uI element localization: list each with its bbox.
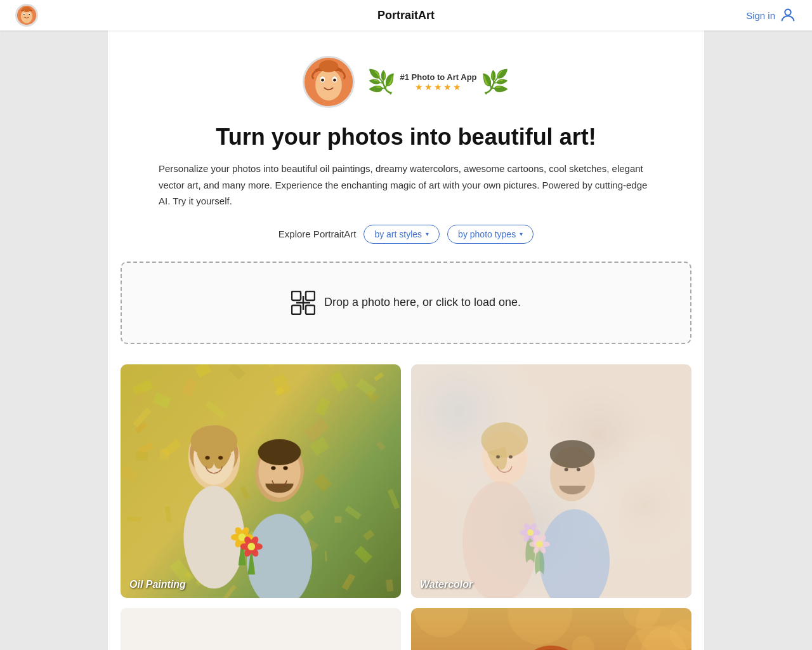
svg-point-13: [334, 79, 337, 82]
hero-section: 🌿 #1 Photo to Art App ★★★★★ 🌿 Turn your …: [121, 56, 691, 244]
hero-avatar-icon: [304, 56, 353, 107]
hero-icons: 🌿 #1 Photo to Art App ★★★★★ 🌿: [121, 56, 691, 108]
dropzone-icon: [291, 291, 315, 315]
dropzone-text: Drop a photo here, or click to load one.: [324, 296, 521, 309]
award-text-area: #1 Photo to Art App ★★★★★: [396, 70, 480, 95]
hero-heading: Turn your photos into beautiful art!: [121, 123, 691, 150]
art-styles-chevron-icon: ▾: [426, 230, 429, 237]
user-icon: [779, 6, 797, 24]
svg-point-5: [29, 14, 30, 15]
main-content: 🌿 #1 Photo to Art App ★★★★★ 🌿 Turn your …: [108, 30, 704, 650]
hero-avatar: [303, 56, 355, 108]
gallery-label-oil: Oil Painting: [129, 579, 186, 590]
oil-painting-canvas: [121, 364, 401, 598]
gallery-item-sketch: [121, 608, 401, 650]
dropzone[interactable]: Drop a photo here, or click to load one.: [121, 262, 691, 344]
award-title: #1 Photo to Art App: [400, 72, 476, 82]
svg-point-9: [316, 69, 343, 100]
award-badge: 🌿 #1 Photo to Art App ★★★★★ 🌿: [367, 69, 509, 95]
avatar-icon: [17, 4, 36, 27]
svg-point-4: [23, 14, 25, 15]
gallery-item-portrait: [411, 608, 691, 650]
portrait-canvas: [411, 608, 691, 650]
gallery-label-watercolor: Watercolor: [420, 579, 473, 590]
header: PortraitArt Sign in: [0, 0, 812, 30]
watercolor-canvas: [411, 364, 691, 598]
hero-description: Personalize your photos into beautiful o…: [159, 161, 653, 209]
explore-label: Explore PortraitArt: [278, 229, 357, 239]
site-avatar: [15, 4, 38, 27]
award-stars: ★★★★★: [415, 82, 462, 92]
svg-point-14: [319, 60, 338, 72]
art-styles-button[interactable]: by art styles ▾: [363, 225, 440, 244]
laurel-right-icon: 🌿: [481, 69, 509, 95]
sketch-canvas: [121, 608, 401, 650]
gallery-item-watercolor: Watercolor: [411, 364, 691, 598]
svg-rect-16: [306, 291, 315, 300]
site-title: PortraitArt: [377, 9, 435, 22]
photo-types-label: by photo types: [458, 229, 516, 239]
signin-label: Sign in: [746, 10, 775, 21]
photo-types-chevron-icon: ▾: [520, 230, 523, 237]
target-icon: [291, 291, 315, 315]
svg-point-12: [322, 79, 325, 82]
photo-types-button[interactable]: by photo types ▾: [447, 225, 534, 244]
svg-rect-18: [306, 305, 315, 314]
gallery-item-oil: Oil Painting: [121, 364, 401, 598]
art-styles-label: by art styles: [374, 229, 422, 239]
svg-point-6: [22, 7, 30, 12]
svg-rect-15: [292, 291, 301, 300]
svg-point-7: [785, 10, 790, 15]
svg-rect-17: [292, 305, 301, 314]
signin-link[interactable]: Sign in: [746, 6, 797, 24]
gallery: Oil Painting Watercolor: [121, 364, 691, 650]
logo-area: [15, 4, 38, 27]
explore-row: Explore PortraitArt by art styles ▾ by p…: [121, 225, 691, 244]
laurel-left-icon: 🌿: [367, 69, 396, 95]
